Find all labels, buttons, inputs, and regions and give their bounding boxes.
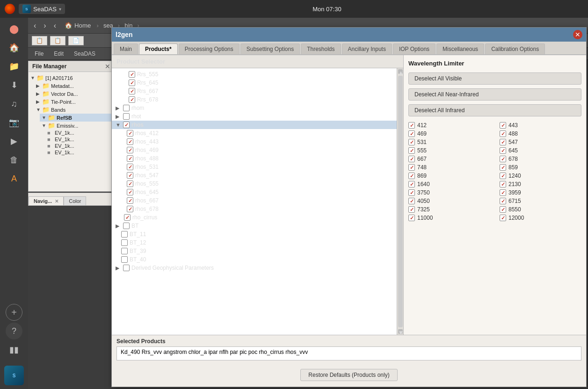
wl-item-12000[interactable]: 12000: [500, 215, 581, 221]
wl-checkbox-1240[interactable]: [500, 173, 506, 179]
dialog-close-btn[interactable]: ✕: [573, 30, 582, 39]
checkbox-rhos469[interactable]: [127, 147, 133, 153]
product-item-derived[interactable]: ▶ Derived Geophysical Parameters: [112, 264, 397, 272]
tab-thresholds[interactable]: Thresholds: [301, 43, 341, 54]
tab-calibration[interactable]: Calibration Options: [485, 43, 545, 54]
product-item-rhos531[interactable]: rhos_531: [112, 163, 397, 171]
menu-edit[interactable]: Edit: [51, 50, 66, 58]
tree-item-bands[interactable]: ▼ 📁 Bands: [34, 106, 114, 114]
wl-item-645[interactable]: 645: [500, 147, 581, 154]
checkbox-rrs555[interactable]: [129, 71, 135, 78]
wl-checkbox-6715[interactable]: [500, 198, 506, 204]
sidebar-icon-software[interactable]: A: [6, 170, 22, 187]
checkbox-rhos[interactable]: [123, 122, 130, 128]
product-item-bt39[interactable]: BT_39: [112, 247, 397, 255]
product-item-rhos645[interactable]: rhos_645: [112, 188, 397, 196]
sidebar-icon-trash[interactable]: 🗑: [6, 151, 22, 168]
product-item-rhos547[interactable]: rhos_547: [112, 171, 397, 180]
sidebar-icon-terminal[interactable]: ▮▮: [6, 341, 22, 358]
product-item-rhot[interactable]: ▶ rhot: [112, 112, 397, 121]
checkbox-rhos412[interactable]: [127, 130, 133, 137]
tree-item-tiepoint[interactable]: ▶ 📁 Tie-Point...: [34, 98, 114, 106]
tree-item-ev2[interactable]: ■ EV_1k...: [45, 136, 114, 143]
wl-checkbox-869[interactable]: [408, 173, 415, 179]
checkbox-rhos555[interactable]: [127, 180, 133, 187]
checkbox-rhos443[interactable]: [127, 138, 133, 145]
checkbox-rho-cirrus[interactable]: [124, 214, 131, 221]
product-item-rhos678[interactable]: rhos_678: [112, 205, 397, 213]
menu-file[interactable]: File: [32, 50, 46, 58]
fm-close-btn[interactable]: ✕: [105, 63, 110, 70]
checkbox-rhos678[interactable]: [127, 206, 133, 212]
deselect-visible-btn[interactable]: Deselect All Visible: [408, 72, 581, 85]
deselect-infrared-btn[interactable]: Deselect All Infrared: [408, 104, 581, 116]
tab-ancillary[interactable]: Ancillary Inputs: [342, 43, 392, 54]
wl-item-547[interactable]: 547: [500, 139, 581, 145]
product-list-scrollbar[interactable]: ▲ ▼: [397, 68, 403, 335]
tab-subsetting[interactable]: Subsetting Options: [240, 43, 300, 54]
product-item-rrs645[interactable]: Rrs_645: [112, 79, 397, 87]
wl-checkbox-412[interactable]: [408, 122, 415, 129]
wl-item-4050[interactable]: 4050: [408, 198, 490, 204]
sidebar-icon-camera[interactable]: 📷: [6, 114, 22, 131]
tree-item-ev4[interactable]: ■ EV_1k...: [45, 149, 114, 156]
navigator-tab-close[interactable]: ✕: [55, 199, 58, 204]
wl-item-859[interactable]: 859: [500, 164, 581, 171]
wl-checkbox-469[interactable]: [408, 130, 415, 137]
product-item-rhos488[interactable]: rhos_488: [112, 154, 397, 163]
wl-checkbox-12000[interactable]: [500, 215, 506, 221]
color-tab[interactable]: Color: [64, 196, 86, 205]
wl-checkbox-667[interactable]: [408, 156, 415, 162]
toolbar-btn1[interactable]: 📋: [32, 36, 47, 45]
wl-checkbox-859[interactable]: [500, 164, 506, 171]
menu-seadas[interactable]: SeaDAS: [71, 50, 98, 58]
sidebar-icon-video[interactable]: ▶: [6, 133, 22, 150]
tree-item-ev3[interactable]: ■ EV_1k...: [45, 143, 114, 149]
scroll-down[interactable]: ▼: [398, 329, 403, 334]
restore-defaults-btn[interactable]: Restore Defaults (Products only): [300, 369, 397, 381]
wl-item-7325[interactable]: 7325: [408, 206, 490, 213]
wl-item-469[interactable]: 469: [408, 130, 490, 137]
product-list[interactable]: Rrs_555 Rrs_645 Rrs_667: [112, 68, 397, 335]
sidebar-icon-music[interactable]: ♫: [6, 95, 22, 112]
wl-checkbox-443[interactable]: [500, 122, 506, 129]
wl-checkbox-748[interactable]: [408, 164, 415, 171]
wl-item-2130[interactable]: 2130: [500, 181, 581, 187]
sidebar-icon-download[interactable]: ⬇: [6, 77, 22, 94]
sidebar-icon-help[interactable]: ?: [6, 323, 22, 339]
wl-checkbox-555[interactable]: [408, 147, 415, 154]
wl-item-678[interactable]: 678: [500, 156, 581, 162]
wl-item-412[interactable]: 412: [408, 122, 490, 129]
navigator-tab[interactable]: Navig... ✕: [29, 196, 64, 205]
sidebar-icon-activity[interactable]: ⬤: [6, 21, 22, 37]
tree-item-ev1[interactable]: ■ EV_1k...: [45, 130, 114, 136]
checkbox-rhot[interactable]: [123, 113, 130, 120]
checkbox-derived[interactable]: [123, 265, 130, 271]
checkbox-bt39[interactable]: [121, 248, 128, 254]
wl-checkbox-3959[interactable]: [500, 189, 506, 196]
wl-checkbox-3750[interactable]: [408, 189, 415, 196]
checkbox-bt40[interactable]: [121, 256, 128, 263]
wl-checkbox-4050[interactable]: [408, 198, 415, 204]
wl-item-3750[interactable]: 3750: [408, 189, 490, 196]
firefox-icon[interactable]: [5, 4, 15, 14]
product-item-rrs555[interactable]: Rrs_555: [112, 70, 397, 79]
wl-checkbox-678[interactable]: [500, 156, 506, 162]
seadas-bottom-icon[interactable]: S: [4, 366, 24, 385]
wl-item-488[interactable]: 488: [500, 130, 581, 137]
wl-checkbox-488[interactable]: [500, 130, 506, 137]
product-item-rhos555[interactable]: rhos_555: [112, 180, 397, 188]
sidebar-icon-add[interactable]: +: [6, 304, 22, 321]
product-item-rhos469[interactable]: rhos_469: [112, 146, 397, 154]
product-item-rhos443[interactable]: rhos_443: [112, 137, 397, 146]
wl-checkbox-8550[interactable]: [500, 206, 506, 213]
sidebar-icon-files[interactable]: 📁: [6, 58, 22, 75]
wl-checkbox-547[interactable]: [500, 139, 506, 145]
wl-item-443[interactable]: 443: [500, 122, 581, 129]
product-item-bt12[interactable]: BT_12: [112, 238, 397, 247]
tree-item-vector[interactable]: ▶ 📁 Vector Da...: [34, 90, 114, 98]
wl-item-6715[interactable]: 6715: [500, 198, 581, 204]
sidebar-icon-home[interactable]: 🏠: [6, 39, 22, 56]
checkbox-rhos531[interactable]: [127, 164, 133, 170]
product-item-rrs667[interactable]: Rrs_667: [112, 87, 397, 95]
